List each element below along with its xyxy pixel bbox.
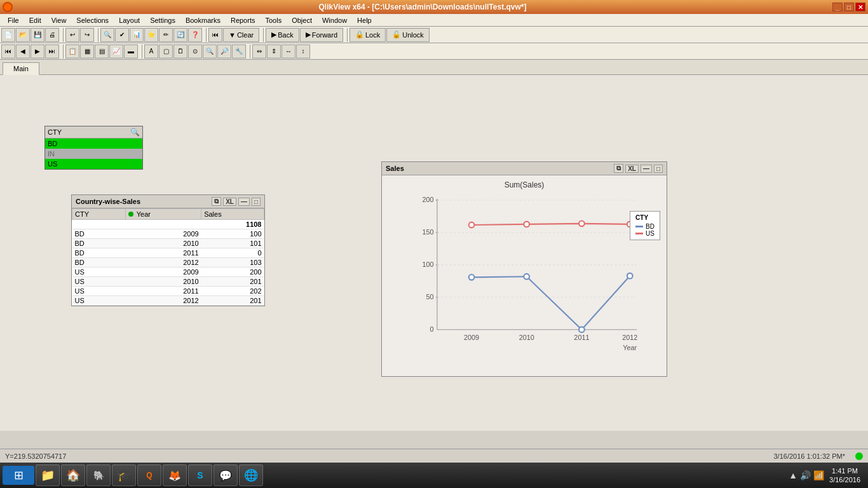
status-coordinates: Y=219.5320754717: [5, 452, 66, 460]
tb2-btn15[interactable]: 🔎: [217, 44, 231, 58]
start-button[interactable]: ⊞: [3, 466, 34, 485]
taskbar-app-home[interactable]: 🏠: [61, 464, 85, 486]
svg-point-25: [524, 274, 529, 280]
tb2-btn9[interactable]: ▬: [124, 44, 138, 58]
taskbar-app-edu[interactable]: 🎓: [112, 464, 136, 486]
legend-label-bd: BD: [646, 223, 654, 230]
menu-view[interactable]: View: [46, 15, 72, 25]
new-button[interactable]: 📄: [1, 28, 15, 42]
menu-edit[interactable]: Edit: [24, 15, 46, 25]
tb2-btn13[interactable]: ⊙: [188, 44, 202, 58]
listbox-cty: CTY 🔍 BD IN US: [44, 126, 143, 170]
chart-send-back-btn[interactable]: ⧉: [614, 164, 623, 173]
tb2-btn17[interactable]: ⇔: [252, 44, 266, 58]
taskbar-app-firefox[interactable]: 🦊: [163, 464, 187, 486]
listbox-search-icon[interactable]: 🔍: [130, 128, 140, 137]
col-cty[interactable]: CTY: [72, 209, 126, 220]
listbox-item-us[interactable]: US: [45, 159, 142, 169]
taskbar-right: ▲ 🔊 📶 1:41 PM 3/16/2016: [789, 466, 865, 485]
svg-point-27: [627, 273, 633, 279]
taskbar-app-chat[interactable]: 💬: [214, 464, 238, 486]
svg-point-21: [524, 222, 529, 227]
tab-main[interactable]: Main: [3, 62, 39, 75]
tb2-btn16[interactable]: 🔧: [232, 44, 246, 58]
check-button[interactable]: ✔: [115, 28, 129, 42]
refresh-button[interactable]: 🔄: [173, 28, 187, 42]
tb2-btn7[interactable]: ▤: [95, 44, 109, 58]
edit2-button[interactable]: ✏: [159, 28, 173, 42]
chart-maximize-btn[interactable]: □: [654, 165, 663, 173]
bookmark-button[interactable]: ⭐: [144, 28, 158, 42]
forward-button[interactable]: ▶ Forward: [300, 28, 343, 42]
lock-icon: 🔒: [355, 30, 364, 39]
menu-bookmarks[interactable]: Bookmarks: [180, 15, 226, 25]
menu-window[interactable]: Window: [317, 15, 352, 25]
tb2-btn3[interactable]: ▶: [31, 44, 44, 58]
menu-settings[interactable]: Settings: [145, 15, 180, 25]
open-button[interactable]: 📂: [16, 28, 30, 42]
table-header: Country-wise-Sales ⧉ XL — □: [72, 195, 264, 208]
listbox-item-in[interactable]: IN: [45, 149, 142, 159]
zoom-button[interactable]: 🔍: [100, 28, 114, 42]
tb2-btn12[interactable]: 🗒: [173, 44, 187, 58]
tb2-btn1[interactable]: ⏮: [1, 44, 15, 58]
redo-button[interactable]: ↪: [80, 28, 94, 42]
tab-main-label: Main: [13, 65, 29, 72]
menu-file[interactable]: File: [3, 15, 24, 25]
table-widget: Country-wise-Sales ⧉ XL — □ CTY Year: [71, 194, 265, 306]
tb2-btn4[interactable]: ⏭: [45, 44, 59, 58]
table-controls: ⧉ XL — □: [212, 197, 261, 206]
menu-object[interactable]: Object: [287, 15, 317, 25]
save-button[interactable]: 💾: [31, 28, 44, 42]
chart-legend: CTY BD US: [630, 211, 660, 240]
menu-reports[interactable]: Reports: [226, 15, 261, 25]
menu-tools[interactable]: Tools: [260, 15, 287, 25]
unlock-button[interactable]: 🔓 Unlock: [386, 28, 430, 42]
taskbar-app-pgadmin[interactable]: 🐘: [86, 464, 111, 486]
taskbar-app-explorer[interactable]: 📁: [36, 464, 60, 486]
tb2-btn20[interactable]: ↕: [296, 44, 310, 58]
print-button[interactable]: 🖨: [45, 28, 59, 42]
chart-button[interactable]: 📊: [130, 28, 144, 42]
lock-button[interactable]: 🔒 Lock: [349, 28, 386, 42]
back-button[interactable]: ▶ Back: [266, 28, 299, 42]
taskbar-app-chrome[interactable]: 🌐: [239, 464, 263, 486]
tb2-btn8[interactable]: 📈: [109, 44, 123, 58]
help-button[interactable]: ❓: [188, 28, 202, 42]
undo-button[interactable]: ↩: [65, 28, 79, 42]
table-xl-btn[interactable]: XL: [223, 198, 236, 206]
clear-button[interactable]: ▼ Clear: [223, 28, 259, 42]
taskbar-app-qlik[interactable]: Q: [137, 464, 161, 486]
table-row: US2012201: [72, 296, 264, 306]
col-year[interactable]: Year: [125, 209, 201, 220]
first-button[interactable]: ⏮: [208, 28, 222, 42]
taskbar-app-skype[interactable]: S: [188, 464, 212, 486]
tb2-btn10[interactable]: A: [144, 44, 158, 58]
svg-text:2009: 2009: [464, 334, 479, 341]
menu-help[interactable]: Help: [352, 15, 377, 25]
tb2-btn2[interactable]: ◀: [16, 44, 30, 58]
tb2-btn6[interactable]: ▦: [80, 44, 94, 58]
menu-layout[interactable]: Layout: [114, 15, 145, 25]
menu-selections[interactable]: Selections: [71, 15, 114, 25]
minimize-button[interactable]: _: [832, 3, 843, 11]
status-indicator: [855, 452, 863, 460]
tb2-btn18[interactable]: ⇕: [267, 44, 281, 58]
close-button[interactable]: ✕: [855, 3, 865, 11]
restore-button[interactable]: □: [844, 3, 854, 11]
menu-bar: File Edit View Selections Layout Setting…: [0, 14, 868, 27]
listbox-item-bd[interactable]: BD: [45, 139, 142, 149]
tb2-btn11[interactable]: ▢: [159, 44, 173, 58]
table-send-back-btn[interactable]: ⧉: [212, 197, 221, 206]
tb2-btn5[interactable]: 📋: [65, 44, 79, 58]
col-sales[interactable]: Sales: [201, 209, 264, 220]
table-row: BD2012103: [72, 258, 264, 268]
chart-xl-btn[interactable]: XL: [625, 165, 639, 173]
table-maximize-btn[interactable]: □: [252, 198, 261, 206]
legend-color-us: [635, 233, 643, 234]
table-minimize-btn[interactable]: —: [238, 198, 250, 206]
chart-minimize-btn[interactable]: —: [641, 165, 652, 173]
tb2-btn14[interactable]: 🔍: [203, 44, 217, 58]
legend-label-us: US: [646, 230, 654, 237]
tb2-btn19[interactable]: ↔: [281, 44, 295, 58]
